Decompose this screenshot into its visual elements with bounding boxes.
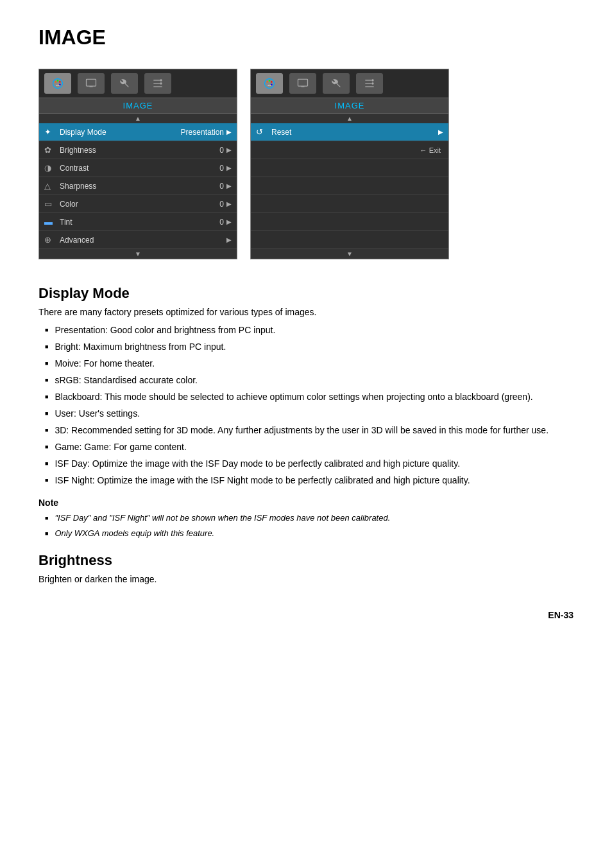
left-menu-header bbox=[39, 69, 237, 98]
svg-point-17 bbox=[271, 81, 273, 83]
right-menu-title: IMAGE bbox=[251, 98, 448, 114]
reset-label: Reset bbox=[271, 128, 436, 137]
advanced-icon: ⊕ bbox=[44, 235, 56, 245]
display-icon-tab[interactable] bbox=[78, 73, 105, 94]
bullet-game: Game: Game: For game content. bbox=[45, 440, 574, 454]
tint-label: Tint bbox=[60, 218, 219, 227]
right-menu-item-exit[interactable]: ← Exit bbox=[251, 141, 448, 159]
svg-rect-7 bbox=[92, 80, 94, 82]
advanced-label: Advanced bbox=[60, 236, 224, 245]
svg-point-1 bbox=[55, 81, 56, 83]
color-label: Color bbox=[60, 200, 219, 209]
svg-point-24 bbox=[371, 82, 373, 84]
display-mode-arrow: ▶ bbox=[226, 128, 232, 135]
brightness-section: Brightness Brighten or darken the image. bbox=[38, 552, 574, 584]
brightness-desc: Brighten or darken the image. bbox=[38, 574, 574, 584]
note-item-1: "ISF Day" and "ISF Night" will not be sh… bbox=[45, 512, 574, 525]
svg-point-18 bbox=[271, 83, 273, 85]
right-menu-item-7 bbox=[251, 231, 448, 249]
svg-point-15 bbox=[266, 81, 268, 83]
menu-item-advanced[interactable]: ⊕ Advanced ▶ bbox=[39, 231, 237, 249]
display-mode-label: Display Mode bbox=[60, 128, 181, 137]
color-icon: ▭ bbox=[44, 199, 56, 209]
brightness-icon: ✿ bbox=[44, 145, 56, 155]
sharpness-label: Sharpness bbox=[60, 182, 219, 191]
brightness-section-title: Brightness bbox=[38, 552, 574, 569]
r-palette-icon-tab[interactable] bbox=[256, 73, 283, 94]
r-wrench-icon-tab[interactable] bbox=[323, 73, 350, 94]
bullet-moive: Moive: For home theater. bbox=[45, 357, 574, 370]
contrast-value: 0 bbox=[219, 164, 224, 173]
svg-rect-6 bbox=[88, 80, 90, 82]
menu-item-brightness[interactable]: ✿ Brightness 0 ▶ bbox=[39, 141, 237, 159]
wrench-icon-tab[interactable] bbox=[111, 73, 138, 94]
bullet-user: User: User's settings. bbox=[45, 407, 574, 421]
menu-item-color[interactable]: ▭ Color 0 ▶ bbox=[39, 195, 237, 213]
display-mode-icon: ✦ bbox=[44, 127, 56, 137]
brightness-label: Brightness bbox=[60, 146, 219, 155]
display-mode-bullets: Presentation: Good color and brightness … bbox=[38, 324, 574, 487]
tint-icon: ▬ bbox=[44, 217, 56, 227]
right-menu: IMAGE ▲ ↺ Reset ▶ ← Exit ▼ bbox=[250, 69, 449, 259]
note-list: "ISF Day" and "ISF Night" will not be sh… bbox=[38, 512, 574, 539]
r-settings-icon-tab[interactable] bbox=[356, 73, 383, 94]
brightness-arrow: ▶ bbox=[226, 146, 232, 153]
reset-icon: ↺ bbox=[256, 127, 268, 137]
svg-point-9 bbox=[160, 79, 162, 81]
sharpness-value: 0 bbox=[219, 182, 224, 191]
bullet-blackboard: Blackboard: This mode should be selected… bbox=[45, 390, 574, 404]
left-menu-scroll-up: ▲ bbox=[39, 114, 237, 123]
bullet-isf-day: ISF Day: Optimize the image with the ISF… bbox=[45, 457, 574, 471]
advanced-arrow: ▶ bbox=[226, 236, 232, 243]
left-menu: IMAGE ▲ ✦ Display Mode Presentation ▶ ✿ … bbox=[38, 69, 237, 259]
display-mode-section-title: Display Mode bbox=[38, 285, 574, 302]
tint-arrow: ▶ bbox=[226, 218, 232, 225]
left-menu-title: IMAGE bbox=[39, 98, 237, 114]
menu-item-display-mode[interactable]: ✦ Display Mode Presentation ▶ bbox=[39, 123, 237, 141]
color-arrow: ▶ bbox=[226, 200, 232, 207]
svg-point-23 bbox=[371, 79, 373, 81]
svg-rect-19 bbox=[298, 79, 308, 86]
note-title: Note bbox=[38, 498, 574, 508]
sharpness-icon: △ bbox=[44, 181, 56, 191]
svg-point-2 bbox=[57, 80, 59, 82]
svg-point-3 bbox=[59, 81, 61, 83]
right-menu-scroll-up: ▲ bbox=[251, 114, 448, 123]
palette-icon-tab[interactable] bbox=[44, 73, 71, 94]
svg-rect-20 bbox=[300, 80, 302, 82]
menu-item-contrast[interactable]: ◑ Contrast 0 ▶ bbox=[39, 159, 237, 177]
right-menu-item-4 bbox=[251, 177, 448, 195]
bullet-isf-night: ISF Night: Optimize the image with the I… bbox=[45, 474, 574, 487]
svg-point-16 bbox=[269, 80, 271, 82]
right-menu-item-5 bbox=[251, 195, 448, 213]
svg-rect-21 bbox=[304, 80, 306, 82]
r-display-icon-tab[interactable] bbox=[289, 73, 316, 94]
reset-arrow: ▶ bbox=[438, 128, 443, 135]
page-number: EN-33 bbox=[38, 610, 574, 620]
display-mode-value: Presentation bbox=[181, 128, 224, 137]
menus-container: IMAGE ▲ ✦ Display Mode Presentation ▶ ✿ … bbox=[38, 69, 574, 259]
exit-label: ← Exit bbox=[420, 146, 441, 154]
note-section: Note "ISF Day" and "ISF Night" will not … bbox=[38, 498, 574, 539]
bullet-bright: Bright: Maximum brightness from PC input… bbox=[45, 340, 574, 354]
display-mode-section: Display Mode There are many factory pres… bbox=[38, 285, 574, 487]
contrast-icon: ◑ bbox=[44, 163, 56, 173]
display-mode-intro: There are many factory presets optimized… bbox=[38, 307, 574, 317]
settings-icon-tab[interactable] bbox=[144, 73, 171, 94]
tint-value: 0 bbox=[219, 218, 224, 227]
contrast-arrow: ▶ bbox=[226, 164, 232, 171]
bullet-presentation: Presentation: Good color and brightness … bbox=[45, 324, 574, 337]
menu-item-sharpness[interactable]: △ Sharpness 0 ▶ bbox=[39, 177, 237, 195]
contrast-label: Contrast bbox=[60, 164, 219, 173]
right-menu-header bbox=[251, 69, 448, 98]
sharpness-arrow: ▶ bbox=[226, 182, 232, 189]
page-title: IMAGE bbox=[38, 26, 574, 49]
right-menu-item-6 bbox=[251, 213, 448, 231]
left-menu-scroll-down: ▼ bbox=[39, 249, 237, 259]
right-menu-item-3 bbox=[251, 159, 448, 177]
menu-item-tint[interactable]: ▬ Tint 0 ▶ bbox=[39, 213, 237, 231]
right-menu-item-reset[interactable]: ↺ Reset ▶ bbox=[251, 123, 448, 141]
svg-point-4 bbox=[59, 83, 61, 85]
note-item-2: Only WXGA models equip with this feature… bbox=[45, 527, 574, 540]
svg-rect-5 bbox=[87, 79, 96, 86]
